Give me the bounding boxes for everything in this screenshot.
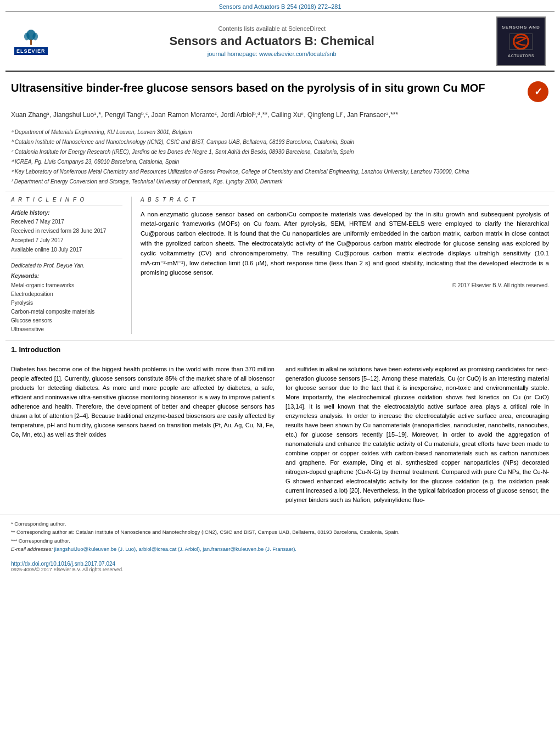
article-title-section: Ultrasensitive binder-free glucose senso… (0, 72, 560, 107)
keyword-0: Metal-organic frameworks (11, 281, 122, 290)
intro-left-text: Diabetes has become one of the biggest h… (11, 365, 275, 439)
abstract-text: A non-enzymatic glucose sensor based on … (141, 210, 549, 278)
footnote-star3: *** Corresponding author. (11, 537, 549, 545)
crossmark-logo-icon: ✓ (527, 81, 549, 103)
svg-text:✓: ✓ (534, 86, 542, 97)
svg-rect-4 (30, 40, 32, 45)
contents-available-text: Contents lists available at ScienceDirec… (59, 25, 485, 32)
keywords-title: Keywords: (11, 273, 122, 279)
doi-link[interactable]: http://dx.doi.org/10.1016/j.snb.2017.07.… (11, 561, 549, 567)
intro-right-column: and sulfides in alkaline solutions have … (285, 365, 549, 510)
journal-center: Contents lists available at ScienceDirec… (48, 25, 496, 57)
keyword-1: Electrodeposition (11, 290, 122, 299)
article-info-abstract: A R T I C L E I N F O Article history: R… (0, 197, 560, 334)
homepage-url[interactable]: www.elsevier.com/locate/snb (259, 51, 337, 57)
keyword-4: Glucose sensors (11, 316, 122, 325)
authors-section: Xuan Zhangᵃ, Jiangshui Luoᵃ,*, Pengyi Ta… (0, 107, 560, 126)
affiliation-c: ᶜ Catalonia Institute for Energy Researc… (11, 148, 549, 157)
affiliation-a: ᵃ Department of Materials Engineering, K… (11, 128, 549, 137)
svg-point-3 (32, 32, 38, 40)
article-dates: Received 7 May 2017 Received in revised … (11, 217, 122, 254)
keyword-2: Pyrolysis (11, 299, 122, 308)
introduction-heading: 1. Introduction (11, 345, 549, 354)
footnote-emails: E-mail addresses: jiangshui.luo@kuleuven… (11, 545, 549, 553)
keyword-5: Ultrasensitive (11, 325, 122, 334)
introduction-body: Diabetes has become one of the biggest h… (0, 359, 560, 510)
article-info-title: A R T I C L E I N F O (11, 197, 122, 205)
intro-left-column: Diabetes has become one of the biggest h… (11, 365, 275, 510)
journal-homepage: journal homepage: www.elsevier.com/locat… (59, 51, 485, 57)
content-divider (5, 192, 555, 192)
authors-text: Xuan Zhangᵃ, Jiangshui Luoᵃ,*, Pengyi Ta… (11, 111, 398, 119)
abstract-title: A B S T R A C T (141, 197, 549, 205)
bottom-links: http://dx.doi.org/10.1016/j.snb.2017.07.… (0, 557, 560, 576)
elsevier-tree-icon (21, 28, 41, 47)
elsevier-text: ELSEVIER (14, 47, 48, 55)
article-history-label: Article history: (11, 210, 122, 216)
journal-header: ELSEVIER Contents lists available at Sci… (5, 11, 555, 71)
sensors-logo-line2: ACTUATORS (508, 54, 534, 58)
abstract-column: A B S T R A C T A non-enzymatic glucose … (132, 197, 549, 334)
svg-point-2 (24, 32, 30, 40)
copyright-text: © 2017 Elsevier B.V. All rights reserved… (141, 282, 549, 288)
journal-title: Sensors and Actuators B: Chemical (59, 34, 485, 48)
affiliations-section: ᵃ Department of Materials Engineering, K… (0, 126, 560, 192)
elsevier-logo: ELSEVIER (14, 28, 48, 55)
affiliation-f: ᶠ Department of Energy Conversion and St… (11, 177, 549, 186)
footnote-star2: ** Corresponding author at: Catalan Inst… (11, 528, 549, 536)
received-date: Received 7 May 2017 (11, 217, 122, 226)
affiliation-e: ᵉ Key Laboratory of Nonferrous Metal Che… (11, 168, 549, 176)
keyword-3: Carbon-metal composite materials (11, 308, 122, 316)
affiliation-b: ᵇ Catalan Institute of Nanoscience and N… (11, 138, 549, 147)
footnote-star1: * Corresponding author. (11, 520, 549, 528)
sensors-actuators-logo: SENSORS and ACTUATORS (496, 16, 546, 66)
revised-date: Received in revised form 28 June 2017 (11, 226, 122, 236)
issn-text: 0925-4005/© 2017 Elsevier B.V. All right… (11, 567, 549, 572)
introduction-section: 1. Introduction (0, 341, 560, 359)
email-addresses: jiangshui.luo@kuleuven.be (J. Luo), arbi… (54, 546, 296, 552)
sensors-logo-line1: SENSORS and (502, 25, 540, 30)
available-date: Available online 10 July 2017 (11, 245, 122, 254)
keywords-list: Metal-organic frameworks Electrodepositi… (11, 281, 122, 334)
footnotes-section: * Corresponding author. ** Corresponding… (0, 515, 560, 557)
accepted-date: Accepted 7 July 2017 (11, 236, 122, 245)
article-title: Ultrasensitive binder-free glucose senso… (11, 81, 516, 95)
sensors-logo-icon (507, 31, 535, 53)
affiliation-d: ᵈ ICREA, Pg. Lluís Companys 23, 08010 Ba… (11, 158, 549, 166)
intro-right-text: and sulfides in alkaline solutions have … (285, 365, 549, 505)
journal-ref-text: Sensors and Actuators B 254 (2018) 272–2… (219, 3, 341, 10)
journal-reference: Sensors and Actuators B 254 (2018) 272–2… (0, 0, 560, 11)
dedication-text: Dedicated to Prof. Deyue Yan. (11, 259, 122, 269)
article-info-column: A R T I C L E I N F O Article history: R… (11, 197, 132, 334)
